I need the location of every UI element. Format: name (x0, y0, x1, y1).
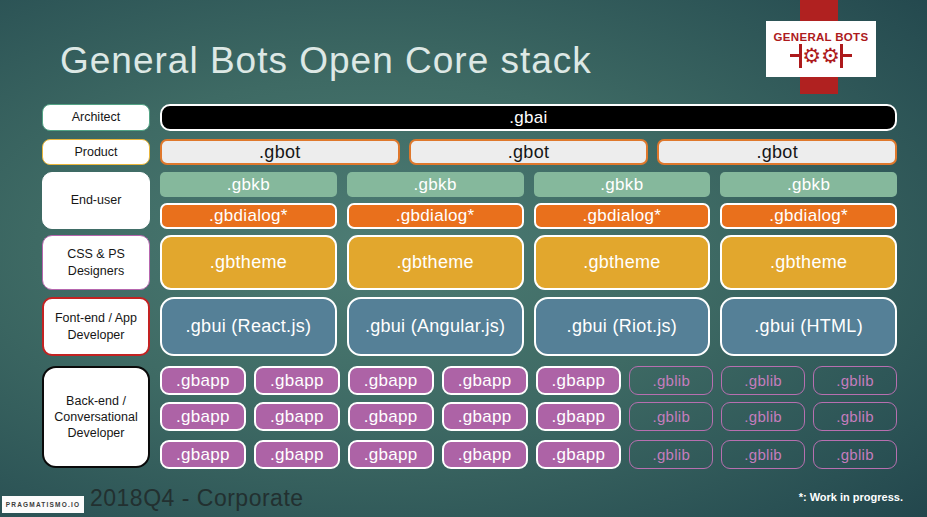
gbapp-gblib-row: .gbapp .gbapp .gbapp .gbapp .gbapp .gbli… (160, 440, 897, 469)
gblib-box: .gblib (721, 402, 805, 431)
general-bots-logo: GENERAL BOTS ⚙ ⚙ (766, 21, 876, 77)
gbui-riot-box: .gbui (Riot.js) (534, 297, 711, 356)
gblib-box: .gblib (629, 402, 713, 431)
gblib-box: .gblib (721, 366, 805, 395)
gbapp-box: .gbapp (160, 440, 246, 469)
gbui-angular-box: .gbui (Angular.js) (347, 297, 524, 356)
gbapp-box: .gbapp (160, 366, 246, 395)
gbdialog-box: .gbdialog* (720, 203, 897, 229)
gbapp-box: .gbapp (536, 402, 622, 431)
page-title: General Bots Open Core stack (60, 40, 592, 82)
gbkb-box: .gbkb (160, 172, 337, 197)
slide-canvas: General Bots Open Core stack GENERAL BOT… (0, 0, 927, 517)
footer-caption: 2018Q4 - Corporate (90, 485, 304, 512)
pragmatismo-badge: PRAGMATISMO.IO (2, 496, 84, 513)
gbkb-row: .gbkb .gbkb .gbkb .gbkb (160, 172, 897, 197)
gbai-row: .gbai (160, 104, 897, 131)
gbkb-box: .gbkb (534, 172, 711, 197)
gbui-html-box: .gbui (HTML) (720, 297, 897, 356)
gbapp-box: .gbapp (348, 402, 434, 431)
gbapp-box: .gbapp (442, 366, 528, 395)
gblib-box: .gblib (629, 366, 713, 395)
gbapp-box: .gbapp (254, 366, 340, 395)
gbai-box: .gbai (160, 104, 897, 131)
logo-bar-right (843, 54, 852, 57)
gblib-box: .gblib (813, 402, 897, 431)
gbot-box: .gbot (657, 139, 897, 165)
gbtheme-box: .gbtheme (534, 235, 711, 290)
gbkb-box: .gbkb (720, 172, 897, 197)
logo-brand-text: GENERAL BOTS (774, 31, 869, 43)
gbapp-box: .gbapp (442, 440, 528, 469)
gbdialog-box: .gbdialog* (534, 203, 711, 229)
gbtheme-box: .gbtheme (160, 235, 337, 290)
gbdialog-row: .gbdialog* .gbdialog* .gbdialog* .gbdial… (160, 203, 897, 229)
gbot-row: .gbot .gbot .gbot (160, 139, 897, 165)
gbapp-gblib-row: .gbapp .gbapp .gbapp .gbapp .gbapp .gbli… (160, 402, 897, 431)
role-label-css-ps-designers: CSS & PS Designers (42, 235, 150, 290)
gbui-row: .gbui (React.js) .gbui (Angular.js) .gbu… (160, 297, 897, 356)
logo-bar-left (790, 54, 799, 57)
gear-icon: ⚙ (802, 44, 821, 68)
gbtheme-row: .gbtheme .gbtheme .gbtheme .gbtheme (160, 235, 897, 290)
gbdialog-box: .gbdialog* (160, 203, 337, 229)
gblib-box: .gblib (813, 366, 897, 395)
gbtheme-box: .gbtheme (347, 235, 524, 290)
gears-icon: ⚙ ⚙ (790, 44, 852, 68)
gbapp-box: .gbapp (348, 366, 434, 395)
role-label-end-user: End-user (42, 172, 150, 229)
gblib-box: .gblib (629, 440, 713, 469)
gbkb-box: .gbkb (347, 172, 524, 197)
gear-icon: ⚙ (821, 44, 840, 68)
role-label-backend-conversational-developer: Back-end / Conversational Developer (42, 366, 150, 468)
role-label-frontend-app-developer: Font-end / App Developer (42, 297, 150, 356)
gbui-react-box: .gbui (React.js) (160, 297, 337, 356)
gbapp-box: .gbapp (160, 402, 246, 431)
gbdialog-box: .gbdialog* (347, 203, 524, 229)
gbot-box: .gbot (409, 139, 649, 165)
gblib-box: .gblib (813, 440, 897, 469)
gbapp-box: .gbapp (536, 440, 622, 469)
gbapp-box: .gbapp (254, 440, 340, 469)
role-label-product: Product (42, 139, 150, 165)
role-label-architect: Architect (42, 104, 150, 131)
gbapp-box: .gbapp (348, 440, 434, 469)
gbapp-box: .gbapp (536, 366, 622, 395)
gbtheme-box: .gbtheme (720, 235, 897, 290)
gblib-box: .gblib (721, 440, 805, 469)
gbot-box: .gbot (160, 139, 400, 165)
gbapp-gblib-row: .gbapp .gbapp .gbapp .gbapp .gbapp .gbli… (160, 366, 897, 395)
work-in-progress-note: *: Work in progress. (799, 491, 903, 503)
gbapp-box: .gbapp (442, 402, 528, 431)
gbapp-box: .gbapp (254, 402, 340, 431)
